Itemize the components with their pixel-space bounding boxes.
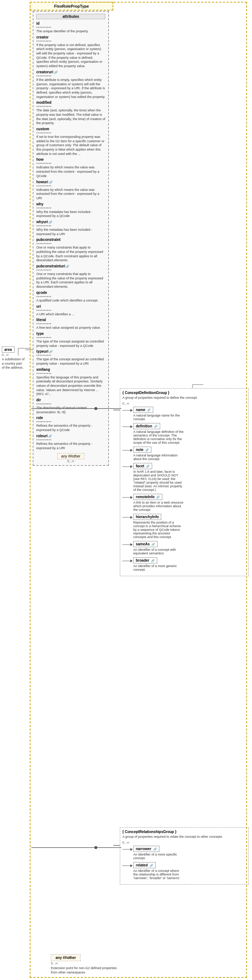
uri-icon: 🔗 (54, 71, 58, 74)
name-desc: A natural language name for the concept. (133, 414, 184, 421)
attr-custom: custom ▪▪▪▪▪▪▪▪▪▪ If set to true the cor… (36, 127, 105, 156)
narrower-box: narrower 🔗 (133, 846, 159, 852)
bottom-any-other-box: any ##other (51, 954, 81, 961)
any-other-attrs: any ##other 0...∞ (36, 453, 105, 463)
related-desc: An identifier of a concept where the rel… (133, 869, 184, 880)
sameas-box: sameAs 🔗 (133, 541, 158, 547)
crg-mult: 0...∞ (122, 841, 246, 844)
svg-point-32 (94, 846, 97, 849)
attr-howuri: howuri🔗 ▪▪▪▪▪▪▪▪▪▪ Indicates by which me… (36, 180, 105, 200)
cdg-connector-hierarchyinfo: hierarchyInfo Represents the position of… (122, 514, 246, 539)
attr-typeuri: typeuri🔗 ▪▪▪▪▪▪▪▪▪▪ The type of the conc… (36, 349, 105, 366)
name-box: name 🔗 (133, 407, 153, 413)
svg-marker-20 (130, 449, 132, 452)
broader-uri-icon: 🔗 (151, 559, 155, 562)
attr-roleuri: roleuri🔗 ▪▪▪▪▪▪▪▪▪▪ Refines the semantic… (36, 434, 105, 450)
attr-id: id ▪▪▪▪▪▪▪▪▪▪ The unique identifier of t… (36, 21, 105, 34)
note-uri-icon: 🔗 (145, 449, 149, 452)
uri-icon-5: 🔗 (49, 350, 53, 353)
attr-xmllang: xmllang ▪▪▪▪▪▪▪▪▪▪ Specifies the languag… (36, 368, 105, 396)
broader-desc: An identifier of a more generic concept. (133, 564, 184, 571)
any-other-mult: 0...∞ (36, 459, 105, 463)
attr-type: type ▪▪▪▪▪▪▪▪▪▪ The type of the concept … (36, 332, 105, 348)
related-box: related 🔗 (133, 862, 156, 868)
remoteinfo-uri-icon: 🔗 (156, 496, 160, 499)
attr-role: role ▪▪▪▪▪▪▪▪▪▪ Refines the semantics of… (36, 416, 105, 432)
attr-uri: uri ▪▪▪▪▪▪▪▪▪▪ A URI which identifies a … (36, 304, 105, 317)
related-uri-icon: 🔗 (150, 864, 153, 867)
definition-uri-icon: 🔗 (154, 425, 158, 428)
area-box: area (2, 347, 14, 353)
svg-marker-37 (130, 864, 132, 867)
svg-marker-22 (130, 465, 132, 468)
svg-marker-18 (130, 425, 132, 428)
area-mult: 0...∞ (2, 353, 26, 357)
note-box: note 🔗 (133, 447, 152, 453)
concept-definition-group-container: { ConceptDefinitionGroup } A group of pr… (120, 388, 249, 576)
crg-desc: A group of properties required to relate… (122, 835, 246, 838)
svg-marker-35 (130, 848, 132, 851)
cdg-mult: 0...∞ (122, 402, 246, 405)
attr-why: why ▪▪▪▪▪▪▪▪▪▪ Why the metadata has been… (36, 202, 105, 218)
svg-marker-30 (130, 560, 132, 562)
hierarchyinfo-box: hierarchyInfo (133, 514, 161, 520)
area-element: area 0...∞ A subdivision of a country pa… (2, 347, 26, 370)
attributes-label: attributes (36, 14, 105, 19)
attr-literal: literal ▪▪▪▪▪▪▪▪▪▪ A free-text value ass… (36, 318, 105, 330)
facet-uri-icon: 🔗 (146, 465, 150, 468)
crg-connector-related: related 🔗 An identifier of a concept whe… (122, 862, 246, 880)
definition-desc: A natural language definition of the sem… (133, 430, 184, 444)
attr-qcode: qcode ▪▪▪▪▪▪▪▪▪▪ A qualified code which … (36, 291, 105, 303)
cdg-connector-broader: broader 🔗 An identifier of a more generi… (122, 557, 246, 571)
cdg-connector-note: note 🔗 A natural language information ab… (122, 447, 246, 461)
svg-marker-26 (130, 516, 132, 519)
uri-icon-2: 🔗 (49, 181, 53, 184)
concept-relationships-group-container: { ConceptRelationshipsGroup } A group of… (120, 827, 249, 885)
attr-creator: creator ▪▪▪▪▪▪▪▪▪▪ If the property value… (36, 35, 105, 68)
uri-icon-3: 🔗 (49, 221, 52, 224)
cdg-title: { ConceptDefinitionGroup } (122, 391, 246, 395)
svg-marker-16 (130, 409, 132, 412)
uri-icon-6: 🔗 (48, 435, 52, 438)
sameas-uri-icon: 🔗 (152, 543, 155, 546)
crg-connector-narrower: narrower 🔗 An identifier of a more speci… (122, 846, 246, 860)
attributes-container: attributes id ▪▪▪▪▪▪▪▪▪▪ The unique iden… (33, 11, 109, 466)
definition-box: definition 🔗 (133, 423, 160, 429)
attr-pubconstraint: pubconstraint ▪▪▪▪▪▪▪▪▪▪ One or many con… (36, 238, 105, 262)
attr-how: how ▪▪▪▪▪▪▪▪▪▪ Indicates by which means … (36, 158, 105, 178)
svg-marker-28 (130, 543, 132, 546)
uri-icon-4: 🔗 (66, 265, 69, 268)
crg-title: { ConceptRelationshipsGroup } (122, 830, 246, 834)
note-desc: A natural language information about the… (133, 453, 184, 461)
remoteinfo-box: remoteInfo 🔗 (133, 494, 162, 500)
bottom-any-other: any ##other 0...∞ Extension point for no… (51, 954, 123, 975)
bottom-any-other-desc: Extension point for non-G2 defined prope… (51, 966, 123, 975)
narrower-desc: An identifier of a more specific concept… (133, 853, 184, 860)
cdg-connector-name: name 🔗 A natural language name for the c… (122, 407, 246, 421)
facet-desc: In NAR 1.8 and later, facet is deprecate… (133, 470, 184, 492)
title-label: FlexRolePropType (54, 4, 89, 8)
any-other-box: any ##other (57, 453, 85, 459)
main-type-title: FlexRolePropType (30, 2, 113, 11)
attr-pubconstrainturi: pubconstrainturi🔗 ▪▪▪▪▪▪▪▪▪▪ One or many… (36, 264, 105, 289)
attr-creatoruri: creatoruri🔗 ▪▪▪▪▪▪▪▪▪▪ If the attribute … (36, 70, 105, 99)
cdg-connector-remoteinfo: remoteInfo 🔗 A link to an item or a web … (122, 494, 246, 512)
facet-box: facet 🔗 (133, 463, 152, 469)
cdg-connector-facet: facet 🔗 In NAR 1.8 and later, facet is d… (122, 463, 246, 492)
attr-dir: dir ▪▪▪▪▪▪▪▪▪▪ The directionality of tex… (36, 398, 105, 414)
attr-modified: modified ▪▪▪▪▪▪▪▪▪▪ The date (and, optio… (36, 100, 105, 126)
bottom-any-other-mult: 0...∞ (51, 961, 123, 965)
cdg-connector-definition: definition 🔗 A natural language definiti… (122, 423, 246, 444)
area-desc: A subdivision of a country part of the a… (2, 357, 26, 370)
attr-whyuri: whyuri🔗 ▪▪▪▪▪▪▪▪▪▪ Why the metadata has … (36, 220, 105, 236)
sameas-desc: An identifier of a concept with equivale… (133, 548, 184, 555)
cdg-desc: A group of properties required to define… (122, 396, 246, 399)
narrower-uri-icon: 🔗 (153, 848, 157, 851)
remoteinfo-desc: A link to an item or a web resource whic… (133, 501, 184, 512)
name-uri-icon: 🔗 (147, 409, 151, 412)
broader-box: broader 🔗 (133, 557, 157, 563)
cdg-connector-sameas: sameAs 🔗 An identifier of a concept with… (122, 541, 246, 555)
svg-marker-24 (130, 496, 132, 499)
hierarchyinfo-desc: Represents the position of a concept in … (133, 521, 184, 539)
